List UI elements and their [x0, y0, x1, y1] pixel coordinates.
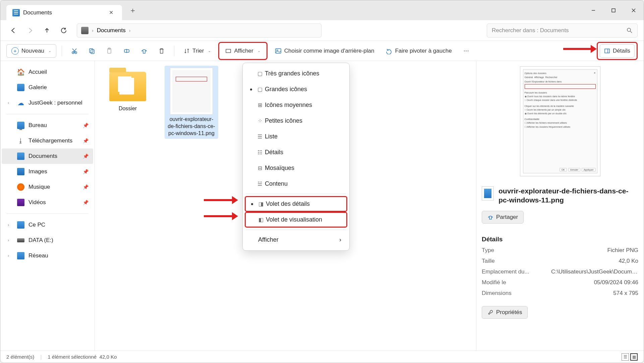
music-icon [17, 183, 24, 191]
search-box[interactable] [487, 23, 638, 38]
new-button[interactable]: + Nouveau ⌄ [6, 44, 56, 58]
sidebar-item-drive-e[interactable]: ›DATA (E:) [2, 233, 93, 248]
share-button[interactable] [137, 44, 151, 58]
minimize-button[interactable] [583, 4, 603, 17]
download-icon: ⭳ [17, 137, 24, 144]
delete-button[interactable] [155, 44, 169, 58]
sidebar-item-downloads[interactable]: ⭳Téléchargements📌 [2, 133, 93, 148]
chevron-right-icon[interactable]: › [8, 223, 9, 227]
menu-item-show[interactable]: Afficher› [245, 232, 347, 248]
rotate-icon [386, 48, 392, 54]
pane-icon: ◧ [257, 217, 265, 223]
more-options-button[interactable]: ⋯ [459, 44, 473, 58]
rename-button[interactable] [120, 44, 134, 58]
home-icon: 🏠 [17, 68, 24, 76]
annotation-highlight: Afficher ⌄ [218, 42, 267, 60]
videos-icon [17, 199, 24, 206]
menu-item-content[interactable]: ☱Contenu [245, 176, 347, 192]
svg-point-18 [277, 50, 278, 51]
pin-icon: 📌 [83, 138, 89, 143]
sidebar-item-desktop[interactable]: Bureau📌 [2, 118, 93, 133]
rotate-left-button[interactable]: Faire pivoter à gauche [382, 44, 456, 58]
image-thumbnail [170, 68, 213, 115]
svg-line-5 [630, 31, 632, 33]
menu-item-tiles[interactable]: ⊟Mosaïques [245, 160, 347, 176]
back-button[interactable] [6, 23, 20, 38]
item-count: 2 élément(s) [6, 354, 34, 360]
svg-rect-1 [612, 9, 615, 12]
chevron-right-icon: › [339, 236, 341, 243]
label: Nouveau [21, 48, 44, 54]
close-button[interactable] [624, 4, 644, 17]
layout-icon: ☰ [256, 133, 264, 140]
details-pane-icon [604, 48, 610, 54]
bullet-icon [250, 88, 252, 90]
svg-rect-19 [605, 49, 609, 53]
tab-documents[interactable]: Documents ✕ [6, 5, 122, 20]
share-button[interactable]: Partager [482, 211, 524, 224]
properties-button[interactable]: Propriétés [482, 306, 528, 319]
cut-button[interactable] [67, 44, 81, 58]
annotation-highlight: Détails [597, 42, 638, 60]
refresh-button[interactable] [57, 23, 71, 38]
up-button[interactable] [40, 23, 54, 38]
sort-button[interactable]: Trier ⌄ [180, 44, 215, 58]
maximize-button[interactable] [603, 4, 624, 17]
close-tab-button[interactable]: ✕ [106, 8, 116, 18]
menu-item-large-icons[interactable]: ▢Grandes icônes [245, 81, 347, 97]
sidebar-item-network[interactable]: ›Réseau [2, 248, 93, 263]
menu-item-xl-icons[interactable]: ▢Très grandes icônes [245, 66, 347, 81]
paste-button[interactable] [102, 44, 116, 58]
menu-item-preview-pane[interactable]: ◧Volet de visualisation [245, 212, 347, 228]
list-view-button[interactable]: ☰ [622, 353, 629, 361]
sidebar-item-videos[interactable]: Vidéos📌 [2, 195, 93, 210]
sidebar-item-this-pc[interactable]: ›Ce PC [2, 217, 93, 233]
address-bar[interactable]: › Documents › [77, 23, 321, 38]
new-tab-button[interactable]: ＋ [126, 4, 139, 17]
divider [6, 214, 89, 214]
set-wallpaper-button[interactable]: Choisir comme image d'arrière-plan [271, 44, 378, 58]
layout-icon: ▢ [256, 70, 264, 77]
menu-divider [246, 230, 346, 230]
separator [62, 46, 62, 56]
gallery-icon [17, 84, 24, 91]
menu-item-details[interactable]: ☷Détails [245, 144, 347, 160]
copy-button[interactable] [85, 44, 99, 58]
breadcrumb-location[interactable]: Documents [97, 27, 126, 34]
chevron-down-icon: ⌄ [257, 49, 260, 53]
chevron-right-icon[interactable]: › [8, 101, 9, 105]
chevron-right-icon: › [129, 28, 131, 33]
menu-item-list[interactable]: ☰Liste [245, 129, 347, 144]
toolbar: + Nouveau ⌄ Trier ⌄ Afficher ⌄ Choisir c… [0, 41, 644, 61]
menu-item-small-icons[interactable]: ⁘Petites icônes [245, 113, 347, 129]
view-button[interactable]: Afficher ⌄ [221, 44, 264, 58]
chevron-right-icon[interactable]: › [8, 253, 9, 258]
sidebar-item-home[interactable]: 🏠Accueil [2, 64, 93, 80]
sidebar-item-music[interactable]: Musique📌 [2, 179, 93, 195]
sidebar-item-personal[interactable]: ›☁JustGeek : personnel [2, 95, 93, 111]
forward-button[interactable] [23, 23, 37, 38]
file-list[interactable]: Dossier ouvrir-explorateur-de-fichiers-d… [95, 61, 476, 351]
sidebar-item-gallery[interactable]: Galerie [2, 80, 93, 95]
share-icon [487, 214, 493, 220]
search-input[interactable] [492, 27, 627, 34]
view-dropdown-menu: ▢Très grandes icônes ▢Grandes icônes ⊞Ic… [242, 63, 350, 251]
sidebar-item-documents[interactable]: Documents📌 [2, 148, 93, 164]
details-section-title: Détails [482, 236, 638, 243]
menu-item-medium-icons[interactable]: ⊞Icônes moyennes [245, 97, 347, 113]
menu-item-details-pane[interactable]: ◨Volet des détails [245, 196, 347, 212]
grid-view-button[interactable]: ▦ [630, 353, 638, 361]
navigation-bar: › Documents › [0, 20, 644, 41]
chevron-right-icon[interactable]: › [8, 238, 9, 243]
folder-item[interactable]: Dossier [101, 66, 155, 114]
sidebar-item-images[interactable]: Images📌 [2, 164, 93, 179]
prop-modified: Modifié le05/09/2024 09:46 [482, 279, 638, 286]
file-item-selected[interactable]: ouvrir-explorateur-de-fichiers-dans-ce-p… [165, 66, 218, 139]
details-pane-toggle[interactable]: Détails [600, 44, 635, 58]
pane-icon: ◨ [257, 201, 265, 207]
file-header: ouvrir-explorateur-de-fichiers-dans-ce-p… [482, 186, 638, 205]
svg-rect-11 [91, 50, 94, 54]
wrench-icon [487, 309, 493, 315]
separator [174, 46, 174, 56]
annotation-arrow [563, 46, 597, 52]
